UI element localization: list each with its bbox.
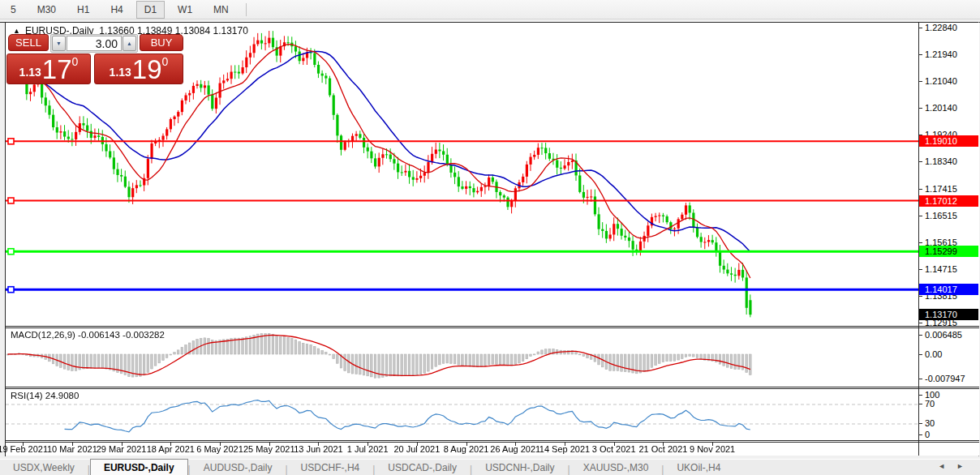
- macd-axis-tick: 0.006485: [925, 329, 978, 340]
- axis-tick-mark: [919, 434, 922, 435]
- tab-scroll-right-icon[interactable]: ►: [956, 462, 975, 470]
- price-axis-tick: 1.21940: [925, 49, 978, 60]
- chart-tab-usdx-weekly[interactable]: USDX,Weekly: [0, 460, 88, 475]
- current-price-label: 1.13170: [919, 309, 978, 320]
- date-axis-tick: [72, 443, 73, 446]
- date-axis-tick: [122, 443, 122, 446]
- chart-tab-ukoil-h4[interactable]: UKOil-,H4: [664, 460, 733, 475]
- tab-scroll-arrows: ◄►: [938, 462, 975, 470]
- volume-control: ▼ 3.00 ▲: [50, 34, 138, 53]
- volume-input[interactable]: 3.00: [67, 36, 122, 51]
- axis-tick-mark: [919, 379, 922, 379]
- chart-tab-usdcad-daily[interactable]: USDCAD-,Daily: [375, 460, 470, 475]
- sell-price-button[interactable]: 1.13 17 0: [6, 53, 91, 84]
- rsi-indicator-canvas[interactable]: [6, 389, 918, 440]
- timeframe-button-mn[interactable]: MN: [205, 1, 237, 19]
- axis-tick-mark: [919, 395, 922, 396]
- hline-price-label: 1.15299: [919, 246, 978, 257]
- chart-tab-usdchf-h4[interactable]: USDCHF-,H4: [288, 460, 373, 475]
- toolbar-separator: [246, 3, 247, 16]
- date-axis-tick: [269, 443, 270, 446]
- axis-tick-mark: [919, 296, 922, 297]
- date-axis-label: 19 Feb 2021: [0, 444, 48, 454]
- date-axis-tick: [466, 443, 467, 446]
- sell-price-point: 0: [72, 56, 79, 67]
- timeframe-button-w1[interactable]: W1: [170, 1, 200, 19]
- price-axis-tick: 1.14715: [925, 263, 978, 275]
- axis-tick-mark: [919, 189, 922, 190]
- panel-divider[interactable]: [6, 326, 979, 328]
- buy-price-pips: 19: [132, 56, 162, 83]
- date-axis-tick: [712, 443, 713, 446]
- sell-button[interactable]: SELL: [8, 34, 49, 51]
- buy-price-prefix: 1.13: [110, 62, 131, 83]
- date-axis-tick: [23, 443, 24, 446]
- rsi-value: 24.9080: [45, 391, 80, 400]
- date-axis-tick: [565, 443, 565, 446]
- mt4-window: 5M30H1H4D1W1MN ▲EURUSD-,Daily 1.13660 1.…: [0, 0, 980, 475]
- axis-tick-mark: [919, 423, 922, 424]
- sell-price-pips: 17: [42, 56, 72, 83]
- macd-axis-tick: -0.007947: [925, 373, 978, 384]
- axis-tick-mark: [919, 404, 922, 404]
- close-value: 1.13170: [213, 25, 247, 36]
- date-axis-tick: [220, 443, 221, 446]
- volume-decrease-button[interactable]: ▼: [52, 36, 66, 51]
- rsi-axis-tick: 70: [925, 398, 978, 409]
- price-axis-tick: 1.21040: [925, 75, 978, 87]
- macd-values: -0.006143 -0.003282: [78, 330, 165, 340]
- rsi-axis-tick: 30: [925, 417, 978, 429]
- axis-tick-mark: [919, 216, 922, 216]
- chart-tab-eurusd-daily[interactable]: EURUSD-,Daily: [90, 459, 188, 475]
- buy-price-point: 0: [162, 56, 169, 67]
- volume-increase-button[interactable]: ▲: [122, 36, 136, 51]
- price-axis-tick: 1.16515: [925, 210, 978, 221]
- timeframe-button-d1[interactable]: D1: [136, 1, 165, 19]
- hline-price-label: 1.14017: [919, 284, 978, 295]
- axis-tick-mark: [919, 161, 922, 162]
- price-axis-separator: [918, 23, 919, 456]
- hline-price-label: 1.17012: [919, 195, 978, 207]
- date-axis-tick: [515, 443, 516, 446]
- date-axis-tick: [170, 443, 171, 446]
- axis-tick-mark: [919, 269, 922, 270]
- chart-tab-xauusd-m30[interactable]: XAUUSD-,M30: [570, 460, 662, 475]
- buy-price-button[interactable]: 1.13 19 0: [94, 53, 183, 84]
- chart-tab-bar: USDX,Weekly|EURUSD-,Daily|AUDUSD-,Daily|…: [0, 459, 980, 475]
- timeframe-button-h1[interactable]: H1: [69, 1, 97, 19]
- timeframe-toolbar: 5M30H1H4D1W1MN: [0, 0, 980, 19]
- date-axis-tick: [614, 443, 615, 446]
- sell-price-prefix: 1.13: [19, 62, 41, 83]
- axis-tick-mark: [919, 108, 922, 109]
- axis-tick-mark: [919, 323, 922, 323]
- chart-tab-usdcnh-daily[interactable]: USDCNH-,Daily: [472, 460, 567, 475]
- date-axis-tick: [417, 443, 418, 446]
- macd-title: MACD(12,26,9) -0.006143 -0.003282: [11, 330, 165, 340]
- buy-button[interactable]: BUY: [140, 34, 183, 51]
- axis-tick-mark: [919, 81, 922, 82]
- panel-divider[interactable]: [6, 387, 979, 389]
- axis-tick-mark: [919, 335, 922, 336]
- price-axis-tick: 1.22840: [925, 22, 978, 33]
- axis-tick-mark: [919, 28, 922, 28]
- tab-scroll-left-icon[interactable]: ◄: [938, 462, 956, 470]
- date-axis-tick: [663, 443, 664, 446]
- timeframe-button-m30[interactable]: M30: [29, 1, 64, 19]
- date-axis-tick: [368, 443, 368, 446]
- chart-tab-audusd-daily[interactable]: AUDUSD-,Daily: [191, 460, 286, 475]
- rsi-axis-tick: 0: [925, 429, 978, 440]
- panel-divider: [6, 440, 979, 443]
- timeframe-button-h4[interactable]: H4: [102, 1, 131, 19]
- macd-axis-tick: 0.00: [925, 349, 978, 360]
- timeframe-button-5[interactable]: 5: [2, 1, 24, 19]
- price-axis-tick: 1.18340: [925, 156, 978, 167]
- axis-tick-mark: [919, 54, 922, 55]
- date-axis-tick: [318, 443, 319, 446]
- rsi-title: RSI(14) 24.9080: [11, 391, 79, 400]
- price-axis-tick: 1.20140: [925, 102, 978, 113]
- axis-tick-mark: [919, 354, 922, 355]
- axis-tick-mark: [919, 242, 922, 243]
- price-axis-tick: 1.17415: [925, 183, 978, 195]
- hline-price-label: 1.19010: [919, 135, 978, 147]
- one-click-trading-widget: SELL ▼ 3.00 ▲ BUY 1.13 17 0 1.13 19 0: [6, 34, 183, 84]
